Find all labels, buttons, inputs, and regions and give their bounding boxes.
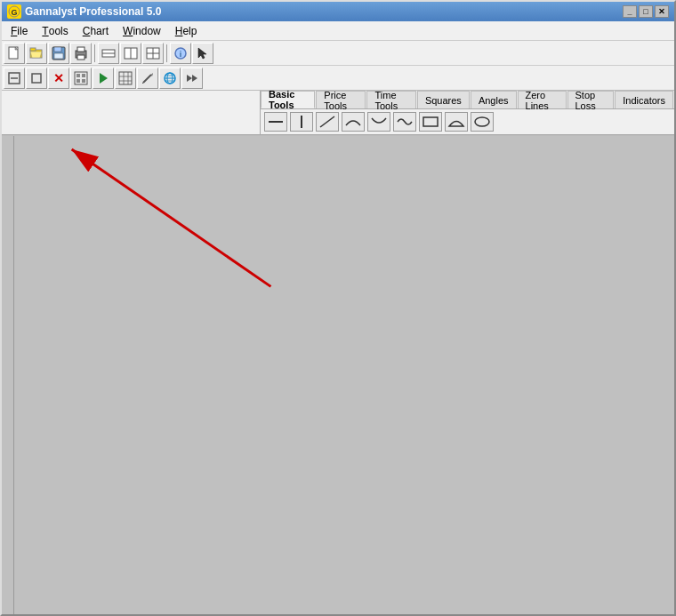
- tab-basic-tools[interactable]: Basic Tools: [261, 91, 315, 108]
- tool2-4[interactable]: [70, 68, 92, 89]
- svg-rect-32: [119, 72, 132, 84]
- svg-line-37: [143, 75, 151, 83]
- svg-marker-22: [198, 48, 206, 59]
- toolbar-secondary: ✕: [2, 66, 674, 91]
- svg-rect-25: [32, 74, 41, 83]
- tool2-draw[interactable]: [137, 68, 158, 89]
- tab-indicators[interactable]: Indicators: [615, 91, 673, 108]
- open-button[interactable]: [26, 43, 47, 64]
- svg-line-49: [320, 116, 334, 127]
- tool-pointer[interactable]: [192, 43, 213, 64]
- tool-window-vert[interactable]: [120, 43, 141, 64]
- shape-hline[interactable]: [264, 112, 287, 132]
- svg-text:G: G: [11, 8, 17, 17]
- minimize-button[interactable]: _: [623, 5, 637, 18]
- menu-help[interactable]: Help: [168, 21, 205, 40]
- new-button[interactable]: [4, 43, 25, 64]
- menu-chart[interactable]: Chart: [76, 21, 116, 40]
- shape-arc1[interactable]: [342, 112, 365, 132]
- svg-marker-38: [151, 73, 153, 76]
- svg-point-51: [475, 117, 489, 126]
- svg-marker-31: [100, 73, 108, 84]
- menu-file[interactable]: File: [4, 21, 35, 40]
- tool2-close[interactable]: ✕: [48, 68, 69, 89]
- save-button[interactable]: [48, 43, 69, 64]
- shape-wave[interactable]: [393, 112, 416, 132]
- menu-bar: File Tools Chart Window Help: [2, 21, 674, 41]
- print-button[interactable]: [70, 43, 92, 64]
- main-area: [2, 136, 674, 614]
- tab-time-tools[interactable]: Time Tools: [366, 91, 415, 108]
- tool2-1[interactable]: [4, 68, 25, 89]
- tool-window-quad[interactable]: [142, 43, 164, 64]
- shape-tools-bar: [261, 109, 674, 134]
- tool2-5[interactable]: [93, 68, 114, 89]
- svg-rect-11: [77, 47, 84, 52]
- annotation-arrow: [14, 136, 674, 614]
- svg-rect-27: [76, 74, 80, 77]
- app-icon: G: [7, 4, 21, 19]
- svg-text:i: i: [180, 50, 182, 59]
- svg-rect-5: [30, 48, 36, 51]
- tab-squares[interactable]: Squares: [417, 91, 470, 108]
- title-bar: G Gannalyst Professional 5.0 _ □ ✕: [2, 2, 674, 21]
- tools-panel: Basic Tools Price Tools Time Tools Squar…: [2, 91, 674, 136]
- shape-rect[interactable]: [419, 112, 442, 132]
- window-controls: _ □ ✕: [623, 5, 669, 18]
- tab-price-tools[interactable]: Price Tools: [316, 91, 366, 108]
- tab-angles[interactable]: Angles: [471, 91, 517, 108]
- svg-rect-28: [82, 74, 85, 77]
- toolbar-separator-1: [94, 44, 95, 62]
- left-sidebar: [2, 136, 14, 614]
- svg-rect-29: [76, 79, 80, 83]
- app-title: Gannalyst Professional 5.0: [25, 5, 623, 18]
- svg-rect-50: [423, 117, 438, 126]
- svg-line-53: [72, 149, 271, 286]
- toolbar-main: i: [2, 41, 674, 66]
- shape-ellipse[interactable]: [471, 112, 494, 132]
- svg-rect-9: [54, 53, 63, 59]
- tab-zero-lines[interactable]: Zero Lines: [518, 91, 567, 108]
- tool2-web[interactable]: [159, 68, 181, 89]
- maximize-button[interactable]: □: [639, 5, 653, 18]
- tool-window-horz[interactable]: [98, 43, 119, 64]
- tool2-forward[interactable]: [181, 68, 203, 89]
- svg-marker-6: [30, 52, 42, 58]
- shape-diag[interactable]: [316, 112, 339, 132]
- shape-arc2[interactable]: [367, 112, 390, 132]
- toolbar-separator-2: [166, 44, 167, 62]
- shape-triangle[interactable]: [445, 112, 468, 132]
- svg-rect-30: [82, 79, 85, 83]
- app-window: G Gannalyst Professional 5.0 _ □ ✕ File …: [0, 0, 676, 616]
- tool2-2[interactable]: [26, 68, 47, 89]
- menu-window[interactable]: Window: [116, 21, 168, 40]
- canvas-area[interactable]: [14, 136, 674, 614]
- svg-marker-46: [192, 75, 197, 82]
- tool2-grid[interactable]: [115, 68, 136, 89]
- close-button[interactable]: ✕: [655, 5, 669, 18]
- svg-rect-12: [77, 55, 84, 60]
- svg-rect-8: [54, 47, 61, 52]
- tab-stop-loss[interactable]: Stop Loss: [567, 91, 615, 108]
- svg-marker-45: [187, 75, 192, 82]
- menu-tools[interactable]: Tools: [35, 21, 75, 40]
- shape-vline[interactable]: [290, 112, 313, 132]
- tool-info[interactable]: i: [170, 43, 191, 64]
